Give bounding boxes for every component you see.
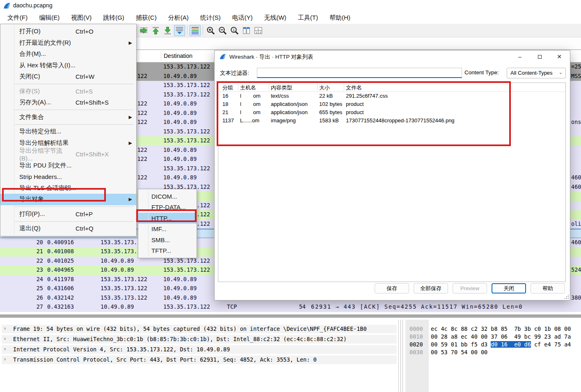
packet-time: 0.400916 [47,239,74,245]
svg-text:1: 1 [233,28,235,32]
file-menu-item[interactable]: 另存为(A)...Ctrl+Shift+S [0,97,136,108]
file-menu-item[interactable]: Strip Headers... [0,171,136,183]
packet-destination: 153.35.173.122 [163,82,210,88]
maximize-icon [538,55,542,59]
packet-row[interactable]: 270.43216310.49.0.89153.35.173.122TCP546… [0,303,581,312]
annotation-box-object-table [217,81,511,146]
export-submenu-item[interactable]: TFTP... [138,245,197,257]
file-menu-item[interactable]: 合并(M)... [0,48,136,60]
layout-icon[interactable]: 123 [253,25,264,36]
menubar-item[interactable]: 电话(Y) [226,12,258,23]
file-menu-item[interactable]: 导出特定分组... [0,126,136,138]
hex-row[interactable]: 0000ec 4c 8c 88 c2 32 b8 85 7b 3b c0 1b … [404,326,581,333]
packet-info: 62931 → 443 [ACK] Seq=4255 Ack=11517 Win… [311,303,523,310]
detail-tree-row[interactable]: ›Transmission Control Protocol, Src Port… [2,355,397,364]
packet-number: 22 [23,257,43,264]
menubar-item[interactable]: 捕获(C) [130,12,162,23]
file-menu-item[interactable]: 导出 PDU 到文件... [0,160,136,172]
resize-columns-icon[interactable] [241,25,252,36]
content-type-select[interactable]: All Content-Types ⌄ [507,68,566,78]
hex-bytes: 00 53 70 54 00 00 [431,349,487,355]
column-separator[interactable] [161,51,161,61]
expand-chevron-icon[interactable]: › [4,346,6,352]
vertical-splitter[interactable] [400,320,403,392]
file-menu-item[interactable]: 打印(P)...Ctrl+P [0,209,136,220]
horizontal-splitter[interactable] [0,312,581,320]
menubar-item[interactable]: 统计(S) [194,12,226,23]
export-submenu-item[interactable]: DICOM... [138,191,197,202]
hex-byte-text: 00 59 01 bb f5 d3 [431,341,491,348]
file-menu-item[interactable]: 文件集合▶ [0,112,136,123]
hex-row[interactable]: 001000 28 a8 ec 40 00 37 06 49 bc 99 23 … [404,333,581,341]
menu-item-shortcut: Ctrl+P [75,211,124,218]
zoom-reset-icon[interactable]: 1 [229,25,240,36]
packet-destination: 10.49.0.89 [163,100,197,107]
menu-item-shortcut: Ctrl+O [75,28,124,35]
menubar-item[interactable]: 工具(T) [292,12,324,23]
maximize-button[interactable] [531,50,549,63]
detail-tree-row[interactable]: ›Internet Protocol Version 4, Src: 153.3… [2,345,397,354]
minimize-button[interactable]: – [511,50,529,63]
export-submenu-item[interactable]: IMF... [138,224,197,235]
toolbar-separator [187,26,188,35]
hex-row[interactable]: 002000 59 01 bb f5 d3 d0 16 e0 d6 cf e4 … [404,341,581,349]
packet-source: 153.35.173.122 [101,276,147,282]
packet-time: 0.401008 [47,248,74,254]
goto-packet-icon[interactable] [138,25,149,36]
关闭-button[interactable]: 关闭 [492,283,526,293]
packet-time: 0.432142 [47,294,74,301]
expand-chevron-icon[interactable]: › [4,356,6,362]
packet-length: 54 [287,303,306,310]
menubar-item[interactable]: 编辑(E) [33,12,65,23]
menu-item-shortcut: Ctrl+Shift+X [75,151,124,158]
expand-chevron-icon[interactable]: › [4,336,6,342]
menu-bar: 文件(F)编辑(E)视图(V)跳转(G)捕获(C)分析(A)统计(S)电话(Y)… [0,11,581,24]
hex-row[interactable]: 003000 53 70 54 00 00 [404,349,581,357]
resize-grip[interactable] [564,294,569,299]
menubar-item[interactable]: 帮助(H) [324,12,356,23]
file-menu-item[interactable]: 打开(O)Ctrl+O [0,26,136,37]
menubar-item[interactable]: 无线(W) [258,12,292,23]
dialog-title: Wireshark · 导出 · HTTP 对象列表 [229,53,313,61]
file-menu-item[interactable]: 关闭(C)Ctrl+W [0,71,136,83]
detail-tree-row[interactable]: ›Frame 19: 54 bytes on wire (432 bits), … [2,325,397,333]
menubar-item[interactable]: 分析(A) [162,12,194,23]
close-button[interactable]: ✕ [550,50,568,63]
hex-byte-text: 00 28 a8 ec 40 00 37 06 49 bc 99 23 ad 7… [431,333,571,340]
packet-destination: 10.49.0.89 [163,73,197,79]
全部保存-button[interactable]: 全部保存 [414,283,448,293]
menu-item-label: 退出(Q) [19,225,41,232]
colorize-icon[interactable] [190,25,201,36]
menu-separator [15,84,134,84]
menu-separator [15,221,134,222]
menubar-item[interactable]: 文件(F) [2,12,33,23]
packet-source: 10.49.0.89 [101,303,134,310]
content-type-value: All Content-Types [510,70,553,76]
export-submenu-item[interactable]: SMB... [138,234,197,245]
auto-scroll-icon[interactable] [174,25,185,36]
hex-offset: 0000 [409,326,423,332]
menubar-item[interactable]: 跳转(G) [97,12,130,23]
保存-button[interactable]: 保存 [375,283,409,293]
packet-number: 24 [23,276,43,282]
menu-item-label: 保存(S) [19,87,40,95]
file-menu-item[interactable]: 从 Hex 转储导入(I)... [0,60,136,71]
帮助-button[interactable]: 帮助 [531,283,565,293]
menu-item-label: 打开(O) [19,28,41,35]
packet-destination: 10.49.0.89 [163,147,197,153]
go-down-icon[interactable] [162,25,173,36]
destination-column-header[interactable]: Destination [164,53,192,59]
text-filter-input[interactable] [257,68,462,78]
file-menu-item[interactable]: 退出(Q)Ctrl+Q [0,223,136,234]
menu-separator [15,206,134,207]
zoom-out-icon[interactable] [217,25,228,36]
packet-destination: 153.35.173.122 [163,91,210,98]
packet-info-fragment: 460 [571,239,581,245]
file-menu-item[interactable]: 打开最近的文件(R)▶ [0,37,136,49]
go-up-icon[interactable] [150,25,161,36]
wireshark-logo-icon [3,2,11,9]
detail-tree-row[interactable]: ›Ethernet II, Src: HuaweiTechno_3b:c0:1b… [2,335,397,344]
zoom-in-icon[interactable] [205,25,216,36]
menubar-item[interactable]: 视图(V) [65,12,97,23]
expand-chevron-icon[interactable]: › [4,326,6,331]
